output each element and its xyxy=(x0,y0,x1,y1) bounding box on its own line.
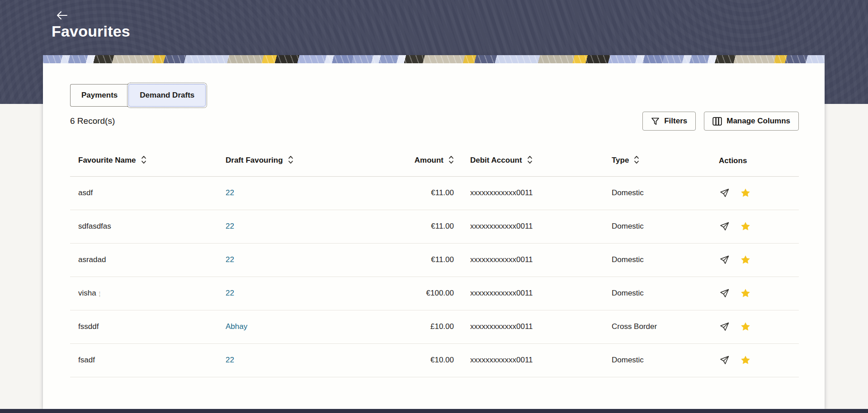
filters-button[interactable]: Filters xyxy=(642,112,696,131)
favourite-name-cell: asdf xyxy=(70,176,217,210)
favourite-star-button[interactable] xyxy=(740,254,751,265)
actions-cell xyxy=(711,243,799,277)
toolbar: Filters Manage Columns xyxy=(642,112,799,131)
list-header: 6 Record(s) Filters Manage Columns xyxy=(70,112,799,131)
debit-account-cell: xxxxxxxxxxxx0011 xyxy=(462,310,604,343)
favourite-name-cell: fssddf xyxy=(70,310,217,343)
column-label: Amount xyxy=(415,156,443,164)
favourite-star-button[interactable] xyxy=(740,288,751,299)
column-header-debit-account[interactable]: Debit Account xyxy=(462,145,604,176)
send-payment-button[interactable] xyxy=(719,254,730,266)
star-icon xyxy=(740,355,751,366)
debit-account-cell: xxxxxxxxxxxx0011 xyxy=(462,210,604,243)
amount-cell: £10.00 xyxy=(353,310,462,343)
arrow-left-icon xyxy=(56,11,68,20)
favourite-name: asdf xyxy=(78,188,93,197)
type-cell: Domestic xyxy=(604,210,711,243)
type-cell: Domestic xyxy=(604,277,711,310)
debit-account-cell: xxxxxxxxxxxx0011 xyxy=(462,277,604,310)
amount-cell: €11.00 xyxy=(353,243,462,277)
paper-plane-icon xyxy=(719,254,730,266)
column-header-draft-favouring[interactable]: Draft Favouring xyxy=(217,145,353,176)
column-label: Debit Account xyxy=(470,156,522,164)
content-card: Payments Demand Drafts 6 Record(s) Filte… xyxy=(43,55,825,409)
actions-cell xyxy=(711,176,799,210)
sort-icon xyxy=(141,155,146,164)
send-payment-button[interactable] xyxy=(719,188,730,199)
amount-cell: €11.00 xyxy=(353,210,462,243)
favourite-star-button[interactable] xyxy=(740,355,751,366)
paper-plane-icon xyxy=(719,321,730,333)
amount-cell: €100.00 xyxy=(353,277,462,310)
column-label: Actions xyxy=(719,156,747,165)
draft-favouring-link[interactable]: 22 xyxy=(226,356,234,364)
table-row: visha¦22€100.00xxxxxxxxxxxx0011Domestic xyxy=(70,277,799,310)
star-icon xyxy=(740,254,751,265)
draft-favouring-cell: 22 xyxy=(217,343,353,377)
filters-label: Filters xyxy=(664,117,687,126)
debit-account-cell: xxxxxxxxxxxx0011 xyxy=(462,176,604,210)
favourite-name-cell: visha¦ xyxy=(70,277,217,310)
draft-favouring-link[interactable]: 22 xyxy=(226,289,234,297)
favourite-name: fsadf xyxy=(78,356,95,364)
tab-payments[interactable]: Payments xyxy=(70,84,128,107)
sort-control[interactable] xyxy=(288,155,293,166)
column-header-amount[interactable]: Amount xyxy=(353,145,462,176)
records-count: 6 Record(s) xyxy=(70,116,115,126)
decorative-banner xyxy=(43,55,825,63)
actions-cell xyxy=(711,310,799,343)
draft-favouring-link[interactable]: 22 xyxy=(226,255,234,264)
draft-favouring-link[interactable]: 22 xyxy=(226,188,234,197)
star-icon xyxy=(740,288,751,299)
favourite-name: asradad xyxy=(78,255,106,264)
back-button[interactable] xyxy=(54,9,70,22)
draft-favouring-cell: 22 xyxy=(217,243,353,277)
column-header-type[interactable]: Type xyxy=(604,145,711,176)
sort-control[interactable] xyxy=(634,155,639,166)
sort-control[interactable] xyxy=(527,155,533,166)
table-row: fssddfAbhay£10.00xxxxxxxxxxxx0011Cross B… xyxy=(70,310,799,343)
type-cell: Domestic xyxy=(604,343,711,377)
draft-favouring-cell: 22 xyxy=(217,176,353,210)
sort-icon xyxy=(634,155,639,164)
send-payment-button[interactable] xyxy=(719,288,730,299)
table-row: asdf22€11.00xxxxxxxxxxxx0011Domestic xyxy=(70,176,799,210)
amount-cell: €11.00 xyxy=(353,176,462,210)
sort-icon xyxy=(448,155,454,164)
star-icon xyxy=(740,188,751,198)
favourite-star-button[interactable] xyxy=(740,188,751,198)
star-icon xyxy=(740,221,751,232)
favourites-table: Favourite NameDraft FavouringAmountDebit… xyxy=(70,145,799,377)
paper-plane-icon xyxy=(719,355,730,366)
draft-favouring-link[interactable]: 22 xyxy=(226,222,234,230)
sort-icon xyxy=(527,155,533,164)
bottom-bar xyxy=(0,409,868,413)
manage-columns-button[interactable]: Manage Columns xyxy=(704,112,799,131)
favourite-star-button[interactable] xyxy=(740,321,751,332)
columns-icon xyxy=(712,117,722,126)
actions-cell xyxy=(711,277,799,310)
star-icon xyxy=(740,321,751,332)
sort-control[interactable] xyxy=(141,155,146,166)
paper-plane-icon xyxy=(719,288,730,299)
send-payment-button[interactable] xyxy=(719,321,730,333)
draft-favouring-cell: 22 xyxy=(217,210,353,243)
name-note: ¦ xyxy=(99,290,100,297)
sort-control[interactable] xyxy=(448,155,454,166)
draft-favouring-link[interactable]: Abhay xyxy=(226,322,247,331)
send-payment-button[interactable] xyxy=(719,355,730,366)
tab-demand-drafts[interactable]: Demand Drafts xyxy=(128,84,206,107)
favourite-name-cell: asradad xyxy=(70,243,217,277)
favourite-name: fssddf xyxy=(78,322,99,331)
send-payment-button[interactable] xyxy=(719,221,730,232)
favourite-star-button[interactable] xyxy=(740,221,751,232)
paper-plane-icon xyxy=(719,188,730,199)
draft-favouring-cell: 22 xyxy=(217,277,353,310)
type-cell: Cross Border xyxy=(604,310,711,343)
actions-cell xyxy=(711,210,799,243)
page-title: Favourites xyxy=(52,23,130,40)
funnel-icon xyxy=(651,117,660,126)
actions-cell xyxy=(711,343,799,377)
column-header-favourite-name[interactable]: Favourite Name xyxy=(70,145,217,176)
sort-icon xyxy=(288,155,293,164)
